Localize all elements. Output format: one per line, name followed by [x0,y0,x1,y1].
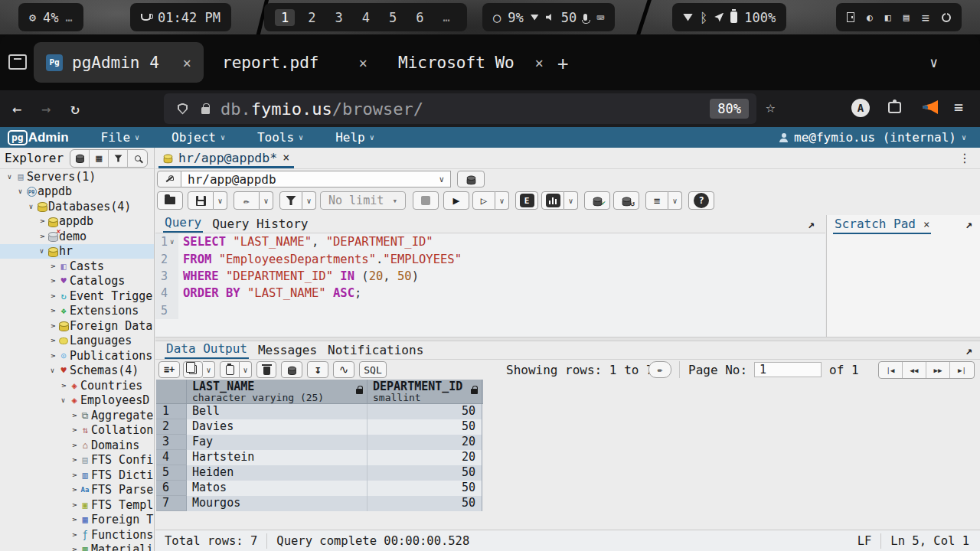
workspace-button-5[interactable]: 5 [383,9,403,26]
tree-chevron-icon[interactable]: ∨ [15,187,25,195]
tree-chevron-icon[interactable]: ∨ [70,485,78,495]
row-number[interactable]: 7 [156,496,187,511]
row-number[interactable]: 5 [156,465,187,481]
fold-chevron-icon[interactable]: ∨ [170,238,174,246]
bookmark-star-icon[interactable]: ☆ [766,98,776,116]
browser-menu-icon[interactable]: ≡ [954,98,963,116]
cell-department-id[interactable]: 50 [368,404,482,419]
workspace-button-2[interactable]: 2 [302,9,322,26]
tab-notifications[interactable]: Notifications [326,343,425,359]
browser-tab[interactable]: PgpgAdmin 4× [34,42,204,83]
tree-chevron-icon[interactable]: ∨ [49,306,57,316]
tree-chevron-icon[interactable]: ∨ [70,470,78,480]
tree-item-casts[interactable]: ∨◧Casts [0,259,155,274]
tab-messages[interactable]: Messages [256,343,318,359]
tree-item-publications[interactable]: ∨⊙Publications [0,348,155,364]
new-tab-button[interactable]: + [557,53,568,74]
cell-last-name[interactable]: Bell [187,404,368,419]
cpu-widget[interactable]: ⚙ 4% … [18,3,83,31]
tree-chevron-icon[interactable]: ∨ [38,217,46,227]
menu-file[interactable]: File∨ [101,130,140,145]
theme-icon[interactable]: ◐ [867,11,873,23]
filter-dropdown[interactable]: ∨ [302,191,316,210]
search-objects-button[interactable] [128,150,147,167]
power-icon[interactable] [942,13,951,22]
prev-page-button[interactable]: ◀◀ [903,362,926,378]
add-row-button[interactable]: ≡+ [158,361,180,378]
reload-button[interactable]: ↻ [70,99,80,118]
tree-chevron-icon[interactable]: ∨ [49,261,57,271]
tab-close-icon[interactable]: × [183,54,191,71]
row-number[interactable]: 6 [156,481,187,496]
tab-data-output[interactable]: Data Output [165,341,249,359]
row-number[interactable]: 2 [156,419,187,435]
extensions-puzzle-icon[interactable] [888,102,901,113]
new-connection-button[interactable] [457,171,485,187]
save-data-button[interactable] [281,361,302,378]
tab-close-icon[interactable]: × [535,54,544,71]
execute-dropdown[interactable]: ∨ [495,191,509,210]
tree-item-collation[interactable]: ∨⇅Collation [0,423,155,439]
tab-query[interactable]: Query [163,215,203,233]
files-icon[interactable]: ▤ [903,11,910,23]
tree-chevron-icon[interactable]: ∨ [49,321,57,331]
last-page-button[interactable]: ▶| [950,362,974,378]
filter-button[interactable] [279,191,302,210]
expand-output-icon[interactable]: ↗ [965,344,972,357]
save-dropdown[interactable]: ∨ [214,191,227,210]
sql-editor[interactable]: 1∨SELECT "LAST_NAME", "DEPARTMENT_ID"2FR… [155,233,825,337]
expand-scratch-icon[interactable]: ↗ [965,217,972,231]
tree-item-fts-parse[interactable]: ∨AaFTS Parse [0,483,155,498]
save-file-button[interactable] [188,191,214,210]
cell-department-id[interactable]: 50 [368,419,482,435]
pgadmin-logo[interactable]: pg Admin [8,130,69,145]
tree-chevron-icon[interactable]: ∨ [58,396,68,404]
code-line[interactable]: 3WHERE "DEPARTMENT_ID" IN (20, 50) [155,268,825,285]
tree-item-appdb[interactable]: ∨pgappdb [0,184,155,200]
workspace-button-6[interactable]: 6 [410,9,430,26]
scratch-pad-tab[interactable]: Scratch Pad × [833,217,931,234]
cell-last-name[interactable]: Mourgos [187,496,368,511]
delete-row-button[interactable] [256,361,276,378]
tree-item-catalogs[interactable]: ∨♥Catalogs [0,274,155,289]
help-button[interactable]: ? [688,191,714,210]
grid-view-button[interactable]: ▦ [90,150,109,167]
tree-item-hr[interactable]: ∨hr [0,244,155,259]
edit-dropdown[interactable]: ∨ [260,191,273,210]
tree-item-demo[interactable]: ∨✕demo [0,229,155,244]
tree-chevron-icon[interactable]: ∨ [70,440,78,450]
show-sql-button[interactable]: SQL [359,361,387,378]
tree-item-employeesd[interactable]: ∨◈EmployeesD [0,393,155,409]
https-lock-icon[interactable] [201,107,210,114]
browser-tab[interactable]: report.pdf× [210,42,380,83]
tree-item-countries[interactable]: ∨◈Countries [0,378,155,393]
tab-list-chevron-icon[interactable]: ∨ [929,54,938,70]
copy-button[interactable] [183,361,203,378]
first-page-button[interactable]: |◀ [879,362,903,378]
tree-chevron-icon[interactable]: ∨ [5,173,15,181]
cell-last-name[interactable]: Heiden [187,465,368,481]
tree-item-schemas-4-[interactable]: ∨♥Schemas(4) [0,364,155,379]
zoom-level-badge[interactable]: 80% [710,99,749,119]
tree-item-languages[interactable]: ∨Languages [0,334,155,349]
graph-visualiser-button[interactable]: ∿ [333,361,354,378]
filter-tree-button[interactable] [109,150,128,167]
paste-button[interactable] [220,361,240,378]
back-button[interactable]: ← [12,99,21,118]
menu-object[interactable]: Object∨ [172,130,225,145]
tree-item-event-trigge[interactable]: ∨↻Event Trigge [0,289,155,304]
tab-archive-icon[interactable] [8,54,27,70]
eol-indicator[interactable]: LF [858,534,872,548]
explain-button[interactable]: E [515,191,538,210]
row-number[interactable]: 1 [156,404,187,419]
browser-tab[interactable]: Microsoft Wo× [386,42,556,83]
tree-item-fts-dicti[interactable]: ∨▥FTS Dicti [0,468,155,483]
tree-item-foreign-data[interactable]: ∨Foreign Data [0,318,155,334]
macros-button[interactable]: ≡ [645,191,668,210]
cell-department-id[interactable]: 20 [368,435,482,450]
system-meters[interactable]: ○ 9% 50 ⌨ [482,3,615,31]
cell-last-name[interactable]: Matos [187,481,368,496]
query-tool-tab[interactable]: hr/app@appdb* × [158,149,294,168]
connection-status-button[interactable] [157,171,181,187]
code-line[interactable]: 5 [155,302,825,319]
